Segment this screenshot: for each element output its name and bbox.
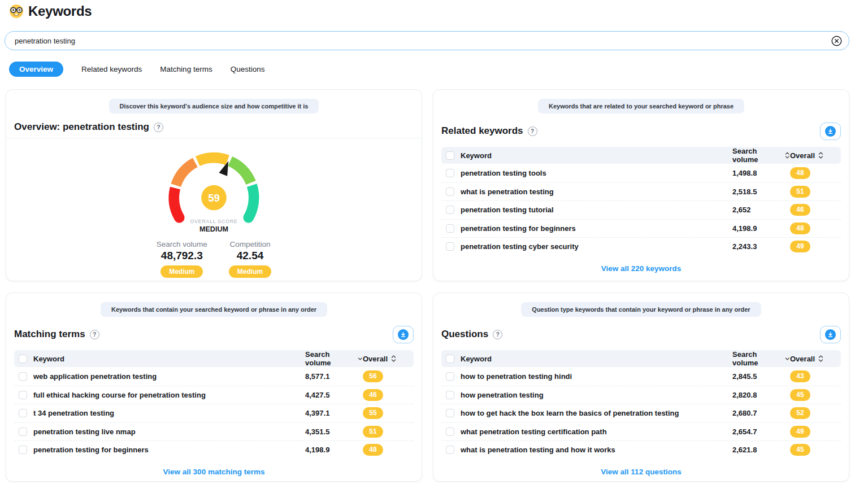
tab-related-keywords[interactable]: Related keywords xyxy=(81,62,142,77)
tab-matching-terms[interactable]: Matching terms xyxy=(160,62,212,77)
sort-both-icon xyxy=(785,152,790,159)
row-checkbox[interactable] xyxy=(446,169,454,177)
overall-badge: 45 xyxy=(790,389,810,401)
column-overall[interactable]: Overall xyxy=(790,355,836,363)
keyword-cell: how to get hack the box learn the basics… xyxy=(461,409,679,417)
column-overall[interactable]: Overall xyxy=(790,151,836,160)
stat-search-volume: Search volume 48,792.3 Medium xyxy=(157,240,207,278)
gauge-score-label: OVERALL SCORE xyxy=(190,219,238,224)
column-search-volume[interactable]: Search volume xyxy=(305,350,363,367)
overall-badge: 45 xyxy=(790,444,810,456)
related-banner: Keywords that are related to your search… xyxy=(538,99,744,114)
tab-overview[interactable]: Overview xyxy=(9,62,63,77)
keyword-cell: how penetration testing xyxy=(461,391,544,399)
overview-banner: Discover this keyword's audience size an… xyxy=(109,99,319,114)
help-icon[interactable]: ? xyxy=(90,330,99,339)
table-row: penetration testing live nmap 4,351.5 51 xyxy=(14,422,414,441)
questions-card: Question type keywords that contain your… xyxy=(433,293,849,482)
row-checkbox[interactable] xyxy=(446,409,454,417)
keyword-cell: penetration testing live nmap xyxy=(33,427,136,436)
column-keyword[interactable]: Keyword xyxy=(33,355,64,363)
view-all-matching-terms-link[interactable]: View all 300 matching terms xyxy=(158,462,271,482)
row-checkbox[interactable] xyxy=(19,372,27,381)
search-bar xyxy=(5,31,849,50)
keyword-cell: t 34 penetration testing xyxy=(33,409,114,417)
download-button[interactable] xyxy=(820,326,841,343)
help-icon[interactable]: ? xyxy=(528,126,537,136)
row-checkbox[interactable] xyxy=(446,206,454,214)
row-checkbox[interactable] xyxy=(19,391,27,399)
keyword-cell: how to penetration testing hindi xyxy=(461,372,572,381)
questions-table: Keyword Search volume Overall xyxy=(441,350,841,482)
select-all-checkbox[interactable] xyxy=(19,355,27,363)
row-checkbox[interactable] xyxy=(446,391,454,399)
keyword-cell: penetration testing tools xyxy=(461,169,546,177)
help-icon[interactable]: ? xyxy=(154,123,163,132)
search-volume-cell: 4,198.9 xyxy=(305,446,363,454)
column-overall[interactable]: Overall xyxy=(363,355,409,363)
overall-badge: 49 xyxy=(790,426,810,438)
sort-both-icon xyxy=(818,152,823,159)
overview-card-title: Overview: penetration testing xyxy=(14,121,149,133)
keyword-cell: penetration testing cyber security xyxy=(461,242,579,251)
row-checkbox[interactable] xyxy=(446,224,454,233)
download-button[interactable] xyxy=(393,326,414,343)
row-checkbox[interactable] xyxy=(446,242,454,251)
download-button[interactable] xyxy=(820,123,841,140)
row-checkbox[interactable] xyxy=(19,427,27,436)
keyword-cell: penetration testing tutorial xyxy=(461,206,554,214)
table-row: t 34 penetration testing 4,397.1 55 xyxy=(14,404,414,422)
search-volume-cell: 1,498.8 xyxy=(732,169,790,177)
matching-terms-card: Keywords that contain your searched keyw… xyxy=(6,293,422,482)
matching-card-head: Matching terms ? xyxy=(14,325,414,344)
help-icon[interactable]: ? xyxy=(493,330,502,339)
row-checkbox[interactable] xyxy=(446,187,454,196)
download-icon xyxy=(825,126,836,137)
overall-badge: 48 xyxy=(790,167,810,179)
stat-value: 48,792.3 xyxy=(157,250,207,262)
row-checkbox[interactable] xyxy=(19,409,27,417)
gauge-chart: 59 OVERALL SCORE MEDIUM xyxy=(156,145,272,235)
column-search-volume[interactable]: Search volume xyxy=(732,147,790,164)
view-all-keywords-link[interactable]: View all 220 keywords xyxy=(596,259,687,278)
table-body: penetration testing tools 1,498.8 48 wha… xyxy=(441,164,841,256)
table-row: penetration testing for beginners 4,198.… xyxy=(441,219,841,238)
overall-badge: 51 xyxy=(363,426,383,438)
row-checkbox[interactable] xyxy=(446,446,454,454)
overview-card-head: Overview: penetration testing ? xyxy=(6,121,422,138)
keyword-cell: what is penetration testing and how it w… xyxy=(461,446,615,454)
overall-badge: 46 xyxy=(363,389,383,401)
row-checkbox[interactable] xyxy=(446,427,454,436)
search-volume-cell: 2,243.3 xyxy=(732,242,790,251)
keywords-page: Keywords Overview Related keywords Match… xyxy=(0,0,868,482)
search-volume-cell: 2,680.7 xyxy=(732,409,790,417)
table-row: how to penetration testing hindi 2,845.5… xyxy=(441,367,841,386)
keyword-cell: penetration testing for beginners xyxy=(461,224,576,233)
table-row: penetration testing tools 1,498.8 48 xyxy=(441,164,841,182)
table-row: how penetration testing 2,820.8 45 xyxy=(441,386,841,404)
search-volume-cell: 2,820.8 xyxy=(732,391,790,399)
row-checkbox[interactable] xyxy=(446,372,454,381)
tab-questions[interactable]: Questions xyxy=(231,62,265,77)
matching-card-title: Matching terms xyxy=(14,329,85,340)
search-volume-cell: 2,845.5 xyxy=(732,372,790,381)
clear-search-button[interactable] xyxy=(831,36,842,46)
row-checkbox[interactable] xyxy=(19,446,27,454)
column-keyword[interactable]: Keyword xyxy=(461,355,492,363)
app-header: Keywords xyxy=(0,3,868,19)
matching-banner: Keywords that contain your searched keyw… xyxy=(101,302,327,317)
table-row: penetration testing cyber security 2,243… xyxy=(441,237,841,256)
keyword-cell: full ethical hacking course for penetrat… xyxy=(33,391,206,399)
overview-stats: Search volume 48,792.3 Medium Competitio… xyxy=(6,240,422,278)
select-all-checkbox[interactable] xyxy=(446,151,454,160)
search-input[interactable] xyxy=(5,31,849,50)
select-all-checkbox[interactable] xyxy=(446,355,454,363)
column-keyword[interactable]: Keyword xyxy=(461,151,492,160)
table-header: Keyword Search volume Overall xyxy=(441,147,841,164)
overview-card: Discover this keyword's audience size an… xyxy=(6,89,422,281)
table-row: what penetration testing certification p… xyxy=(441,422,841,441)
view-all-questions-link[interactable]: View all 112 questions xyxy=(595,462,687,482)
table-header: Keyword Search volume Overall xyxy=(441,350,841,367)
column-search-volume[interactable]: Search volume xyxy=(732,350,790,367)
overall-badge: 49 xyxy=(790,241,810,252)
